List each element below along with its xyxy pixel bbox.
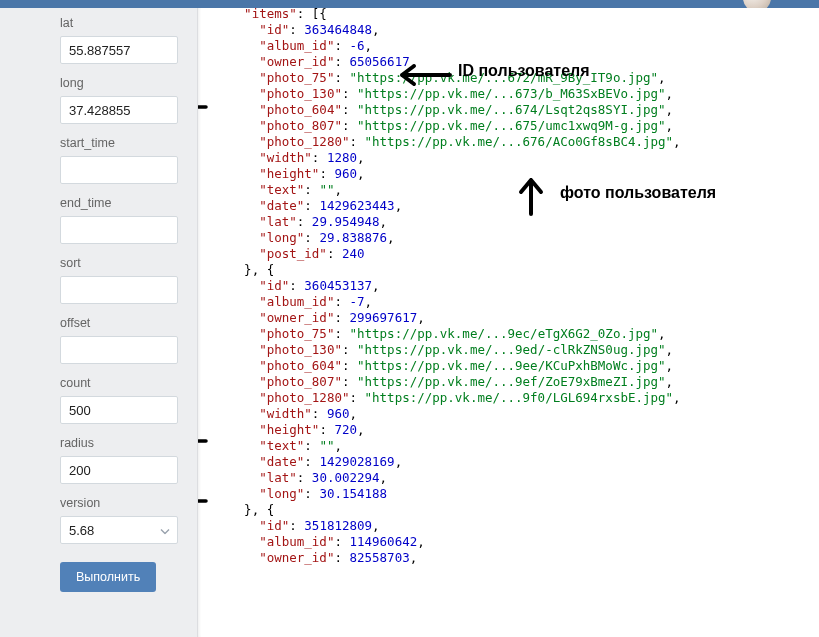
input-long[interactable] [60,96,178,124]
label-sort: sort [60,256,183,270]
params-sidebar: lat long start_time end_time sort offset… [0,8,198,637]
input-offset[interactable] [60,336,178,364]
run-button[interactable]: Выполнить [60,562,156,592]
label-radius: radius [60,436,183,450]
input-lat[interactable] [60,36,178,64]
input-end-time[interactable] [60,216,178,244]
label-lat: lat [60,16,183,30]
field-start-time: start_time [60,136,183,184]
input-radius[interactable] [60,456,178,484]
field-radius: radius [60,436,183,484]
input-sort[interactable] [60,276,178,304]
page: lat long start_time end_time sort offset… [0,8,819,637]
field-version: version [60,496,183,544]
field-lat: lat [60,16,183,64]
label-start-time: start_time [60,136,183,150]
response-pane: "items": [{ "id": 363464848, "album_id":… [198,8,819,637]
label-end-time: end_time [60,196,183,210]
response-json[interactable]: "items": [{ "id": 363464848, "album_id":… [206,8,819,570]
label-offset: offset [60,316,183,330]
label-long: long [60,76,183,90]
select-version[interactable] [60,516,178,544]
input-count[interactable] [60,396,178,424]
field-offset: offset [60,316,183,364]
field-long: long [60,76,183,124]
label-version: version [60,496,183,510]
field-count: count [60,376,183,424]
field-sort: sort [60,256,183,304]
input-start-time[interactable] [60,156,178,184]
app-topbar [0,0,819,8]
field-end-time: end_time [60,196,183,244]
label-count: count [60,376,183,390]
